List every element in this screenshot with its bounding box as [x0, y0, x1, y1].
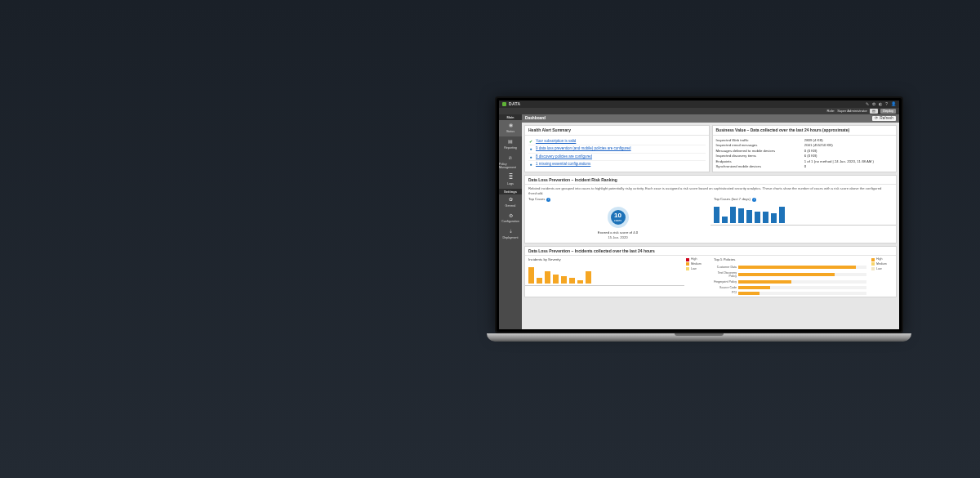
hbar-row[interactable]: PCI	[714, 291, 866, 295]
chart-top-policies[interactable]: Customer DataTest Discovery PolicyFinger…	[710, 264, 870, 297]
chart-incidents-severity[interactable]	[525, 264, 684, 285]
sidebar-item-logs[interactable]: ≣ Logs	[499, 172, 522, 189]
role-picker-button[interactable]: ▤	[870, 109, 878, 114]
metric-value: 0	[804, 164, 893, 169]
sidebar-item-configuration[interactable]: ⚙ Configuration	[499, 210, 522, 226]
dial-number: 10	[614, 212, 621, 219]
bar[interactable]	[545, 271, 550, 284]
chart-top-cases-7d[interactable]	[710, 203, 896, 225]
legend-swatch-icon	[871, 262, 875, 266]
bar[interactable]	[561, 276, 567, 284]
brand-name: DATA	[509, 101, 520, 107]
bar[interactable]	[722, 217, 728, 223]
download-icon: ⇣	[507, 229, 514, 235]
sidebar-item-label: Deployment	[502, 236, 518, 240]
general-icon: ✿	[507, 197, 514, 203]
health-link[interactable]: 1 missing essential configurations	[536, 162, 590, 167]
hbar-row[interactable]: Customer Data	[714, 266, 866, 270]
sidebar-item-general[interactable]: ✿ General	[499, 194, 522, 211]
hbar-track	[738, 280, 866, 284]
help-icon[interactable]: ?	[885, 101, 888, 107]
legend-swatch-icon	[686, 262, 689, 266]
role-bar: Role: Super Administrator ▤ Deploy	[499, 108, 899, 114]
bar[interactable]	[537, 278, 542, 284]
legend-item: High	[686, 257, 709, 261]
sidebar-item-status[interactable]: ◉ Status	[499, 120, 522, 136]
legend-item: Low	[686, 267, 709, 271]
metric-value: 2809 (4 KB)	[804, 138, 893, 143]
metric-value: 0 (0 KB)	[804, 149, 893, 154]
sidebar-item-label: Reporting	[504, 146, 517, 150]
bar[interactable]	[586, 271, 591, 284]
info-icon[interactable]: i	[752, 198, 756, 202]
dial-unit: cases	[614, 219, 621, 223]
hbar-row[interactable]: Test Discovery Policy	[714, 271, 866, 279]
theme-icon[interactable]: ◐	[879, 101, 882, 107]
bar[interactable]	[746, 210, 752, 223]
app-window: DATA ✎ ✿ ◐ ? 👤 Role: Super Administrator…	[499, 101, 899, 329]
legend-item: High	[871, 257, 894, 261]
bar[interactable]	[553, 275, 559, 284]
bar[interactable]	[569, 278, 575, 284]
legend-swatch-icon	[871, 267, 875, 270]
sidebar-item-reporting[interactable]: ▤ Reporting	[499, 136, 522, 153]
health-link[interactable]: Your subscription is valid	[536, 139, 576, 144]
edit-icon[interactable]: ✎	[866, 101, 869, 107]
status-icon: ✔	[528, 139, 533, 145]
health-row: ●1 missing essential configurations	[528, 161, 706, 168]
legend-item: Medium	[871, 262, 894, 266]
bar[interactable]	[528, 267, 534, 284]
refresh-label: Refresh	[880, 116, 893, 121]
deploy-button[interactable]: Deploy	[880, 109, 896, 114]
health-link[interactable]: 8 discovery policies are configured	[536, 154, 592, 159]
bar[interactable]	[738, 208, 744, 223]
bar[interactable]	[771, 213, 777, 223]
sidebar-section-main: Main	[499, 114, 522, 120]
bar[interactable]	[577, 280, 583, 284]
top-cases-cell: Top Casesi 10 cases Exceed a risk score …	[525, 195, 710, 243]
sidebar-item-label: Configuration	[501, 220, 519, 224]
hbar-label: Source Code	[714, 286, 737, 290]
bar[interactable]	[763, 212, 768, 223]
sidebar-item-deployment[interactable]: ⇣ Deployment	[499, 226, 522, 243]
sidebar: Main ◉ Status ▤ Reporting ⎚ Policy Manag…	[499, 114, 522, 329]
bar[interactable]	[779, 207, 785, 223]
health-link[interactable]: 9 data loss prevention (and mobile) poli…	[536, 146, 631, 151]
policies-legend: HighMediumLow	[870, 256, 896, 297]
policy-icon: ⎚	[507, 155, 514, 162]
hbar-row[interactable]: Source Code	[714, 286, 866, 290]
bar[interactable]	[755, 212, 760, 223]
legend-label: High	[876, 257, 882, 261]
hbar-label: PCI	[714, 291, 737, 295]
metric-label: Messages delivered to mobile devices	[716, 149, 804, 154]
metric-value: 2041 (455250 KB)	[804, 143, 893, 148]
info-icon[interactable]: i	[546, 198, 550, 202]
health-row: ●9 data loss prevention (and mobile) pol…	[528, 145, 706, 154]
legend-label: Medium	[876, 262, 887, 266]
logs-icon: ≣	[507, 175, 514, 181]
panel-description: Related incidents are grouped into cases…	[525, 185, 896, 195]
refresh-button[interactable]: Refresh	[872, 116, 896, 121]
brand-logo-icon	[502, 102, 506, 106]
sidebar-item-policy[interactable]: ⎚ Policy Management	[499, 153, 522, 172]
main-area: Dashboard Refresh Health Alert Summary ✔…	[522, 114, 899, 329]
laptop-frame: DATA ✎ ✿ ◐ ? 👤 Role: Super Administrator…	[487, 96, 911, 358]
top-policies-cell: Top 5 Policies Customer DataTest Discove…	[710, 256, 896, 297]
sidebar-item-label: Policy Management	[499, 163, 522, 170]
hbar-row[interactable]: Fingerprint Policy	[714, 280, 866, 284]
bar[interactable]	[714, 207, 719, 223]
breadcrumb-bar: Dashboard Refresh	[522, 114, 899, 123]
cases-dial[interactable]: 10 cases	[608, 207, 629, 228]
settings-flower-icon[interactable]: ✿	[872, 101, 875, 107]
sidebar-item-label: Logs	[507, 182, 514, 186]
subheading: Top Cases (last 7 days)	[714, 197, 751, 202]
chart-axis	[710, 225, 896, 227]
user-icon[interactable]: 👤	[891, 101, 896, 107]
status-icon: ●	[528, 154, 533, 160]
laptop-notch	[675, 333, 724, 336]
gear-icon: ⚙	[507, 212, 514, 219]
hbar-track	[738, 266, 866, 269]
bar[interactable]	[730, 207, 736, 223]
dashboard-grid: Health Alert Summary ✔Your subscription …	[522, 123, 899, 329]
legend-label: High	[691, 257, 697, 261]
